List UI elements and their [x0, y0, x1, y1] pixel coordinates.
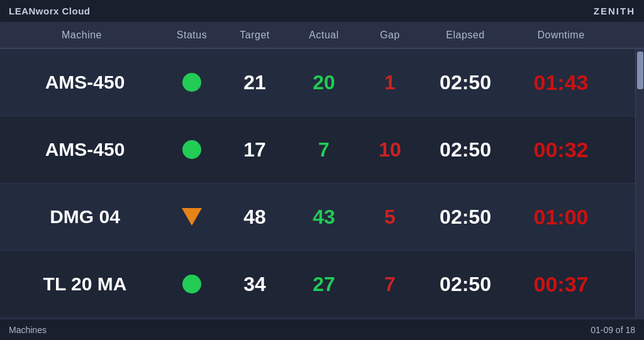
- col-gap: Gap: [358, 30, 421, 41]
- table-row: DMG 044843502:5001:00: [0, 184, 635, 251]
- machines-label: Machines: [9, 325, 47, 335]
- cell-elapsed: 02:50: [421, 273, 509, 296]
- cell-gap: 5: [358, 206, 421, 229]
- col-elapsed: Elapsed: [421, 30, 509, 41]
- table-rows: AMS-4502120102:5001:43AMS-4501771002:500…: [0, 49, 635, 319]
- col-actual: Actual: [289, 30, 358, 41]
- cell-status: [164, 208, 220, 226]
- cell-elapsed: 02:50: [421, 138, 509, 162]
- app-title: LEANworx Cloud: [9, 6, 91, 16]
- cell-machine: AMS-450: [0, 72, 164, 93]
- cell-gap: 7: [358, 273, 421, 296]
- cell-actual: 7: [289, 138, 358, 162]
- app-header: LEANworx Cloud ZENITH: [0, 0, 644, 23]
- column-headers: Machine Status Target Actual Gap Elapsed…: [0, 23, 644, 49]
- cell-downtime: 01:00: [509, 205, 613, 229]
- app-footer: Machines 01-09 of 18: [0, 319, 644, 340]
- cell-status: [164, 73, 220, 92]
- cell-downtime: 00:37: [509, 272, 613, 297]
- cell-target: 34: [220, 273, 289, 296]
- table-body: AMS-4502120102:5001:43AMS-4501771002:500…: [0, 49, 644, 319]
- col-machine: Machine: [0, 30, 164, 41]
- cell-target: 21: [220, 71, 289, 94]
- col-target: Target: [220, 30, 289, 41]
- status-circle-icon: [182, 140, 201, 159]
- cell-target: 48: [220, 206, 289, 229]
- col-status: Status: [164, 30, 220, 41]
- scrollbar-track[interactable]: [635, 49, 644, 319]
- status-circle-icon: [182, 73, 201, 92]
- scrollbar-thumb[interactable]: [637, 52, 643, 89]
- cell-downtime: 00:32: [509, 138, 613, 162]
- cell-downtime: 01:43: [509, 70, 613, 95]
- cell-actual: 43: [289, 206, 358, 229]
- table-row: AMS-4501771002:5000:32: [0, 116, 635, 184]
- cell-actual: 20: [289, 71, 358, 94]
- cell-machine: TL 20 MA: [0, 273, 164, 295]
- cell-status: [164, 140, 220, 159]
- cell-gap: 1: [358, 71, 421, 94]
- cell-status: [164, 275, 220, 293]
- cell-gap: 10: [358, 138, 421, 162]
- cell-machine: AMS-450: [0, 139, 164, 160]
- cell-elapsed: 02:50: [421, 71, 509, 94]
- col-downtime: Downtime: [509, 30, 613, 41]
- company-name: ZENITH: [594, 6, 635, 16]
- table-row: AMS-4502120102:5001:43: [0, 49, 635, 116]
- pagination-label: 01-09 of 18: [591, 325, 635, 335]
- cell-machine: DMG 04: [0, 206, 164, 228]
- cell-actual: 27: [289, 273, 358, 296]
- cell-target: 17: [220, 138, 289, 162]
- table-row: TL 20 MA3427702:5000:37: [0, 251, 635, 318]
- status-circle-icon: [182, 275, 201, 293]
- status-triangle-icon: [182, 208, 202, 226]
- cell-elapsed: 02:50: [421, 206, 509, 229]
